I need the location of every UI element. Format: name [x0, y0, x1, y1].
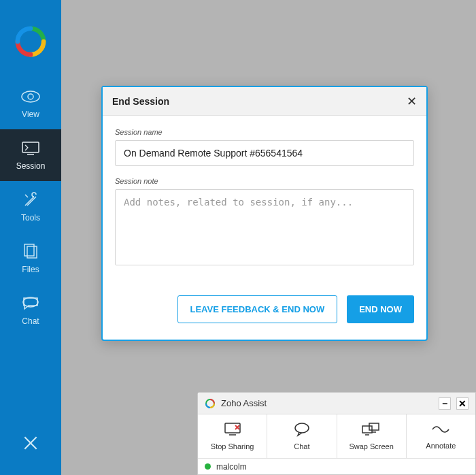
svg-point-1	[22, 91, 39, 102]
assist-title: Zoho Assist	[221, 398, 267, 408]
svg-point-2	[28, 94, 33, 99]
sidebar-item-label: View	[22, 110, 39, 119]
assist-action-label: Stop Sharing	[211, 442, 254, 451]
eye-icon	[20, 88, 41, 105]
presence-name: malcolm	[216, 462, 247, 472]
dialog-title: End Session	[112, 96, 169, 107]
files-icon	[20, 243, 41, 261]
svg-rect-16	[362, 426, 372, 433]
dialog-close-button[interactable]: ✕	[407, 95, 417, 108]
assist-action-label: Chat	[294, 442, 309, 451]
close-icon	[22, 434, 39, 455]
sidebar-item-chat[interactable]: Chat	[0, 284, 61, 336]
sidebar: View Session Tools Files	[0, 0, 61, 475]
session-name-field: Session name	[115, 128, 414, 166]
sidebar-item-session[interactable]: Session	[0, 129, 61, 181]
chat-button[interactable]: Chat	[267, 414, 337, 458]
assist-window-controls: − ✕	[439, 397, 469, 410]
sidebar-item-label: Files	[22, 265, 39, 274]
assist-actions: Stop Sharing Chat Swap Screen Annotate	[198, 414, 475, 458]
session-note-label: Session note	[115, 177, 414, 185]
annotate-button[interactable]: Annotate	[407, 414, 475, 458]
stop-sharing-button[interactable]: Stop Sharing	[198, 414, 267, 458]
close-icon: ✕	[407, 95, 417, 108]
sidebar-item-files[interactable]: Files	[0, 233, 61, 284]
presence-dot-icon	[205, 463, 211, 470]
session-note-textarea[interactable]	[115, 189, 414, 265]
monitor-icon	[20, 140, 41, 157]
stop-sharing-icon	[223, 422, 242, 440]
chat-icon	[20, 295, 41, 312]
close-button[interactable]: ✕	[456, 397, 469, 410]
annotate-icon	[431, 423, 450, 439]
chat-icon	[293, 422, 311, 440]
minimize-button[interactable]: −	[439, 397, 451, 410]
assist-header: Zoho Assist − ✕	[198, 393, 475, 414]
sidebar-item-label: Tools	[21, 213, 40, 223]
app-root: View Session Tools Files	[0, 0, 476, 475]
session-name-label: Session name	[115, 128, 414, 136]
svg-rect-3	[22, 142, 39, 152]
assist-status-bar: malcolm	[198, 458, 475, 474]
app-logo-icon	[15, 26, 46, 57]
svg-rect-17	[369, 423, 379, 430]
sidebar-items: View Session Tools Files	[0, 78, 61, 336]
session-name-input[interactable]	[115, 140, 414, 166]
sidebar-item-tools[interactable]: Tools	[0, 181, 61, 233]
sidebar-item-view[interactable]: View	[0, 78, 61, 129]
dialog-footer: LEAVE FEEDBACK & END NOW END NOW	[103, 286, 426, 340]
leave-feedback-end-button[interactable]: LEAVE FEEDBACK & END NOW	[177, 295, 338, 323]
assist-action-label: Swap Screen	[349, 442, 393, 451]
svg-point-15	[295, 423, 309, 433]
swap-screen-icon	[361, 422, 381, 440]
end-session-dialog: End Session ✕ Session name Session note …	[101, 86, 428, 341]
dialog-body: Session name Session note	[103, 116, 426, 286]
assist-logo-icon	[205, 398, 216, 409]
sidebar-item-label: Chat	[22, 316, 39, 326]
session-note-field: Session note	[115, 177, 414, 268]
sidebar-item-label: Session	[16, 161, 46, 171]
end-now-button[interactable]: END NOW	[347, 295, 414, 323]
tools-icon	[20, 191, 41, 209]
assist-action-label: Annotate	[426, 442, 456, 450]
swap-screen-button[interactable]: Swap Screen	[337, 414, 407, 458]
sidebar-close-button[interactable]	[0, 434, 61, 455]
dialog-header: End Session ✕	[103, 87, 426, 116]
assist-toolbar: Zoho Assist − ✕ Stop Sharing Chat	[197, 392, 476, 475]
